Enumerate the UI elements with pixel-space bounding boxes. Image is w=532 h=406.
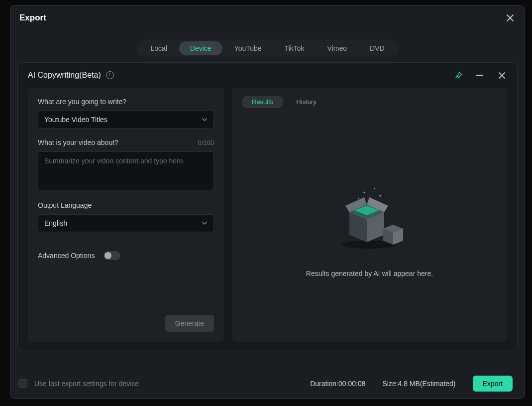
duration-value: 00:00:08 bbox=[338, 380, 366, 388]
svg-point-0 bbox=[364, 191, 365, 193]
svg-point-1 bbox=[374, 188, 375, 189]
duration-info: Duration:00:00:08 bbox=[310, 380, 365, 388]
export-title: Export bbox=[19, 13, 46, 23]
ai-header: AI Copywriting(Beta) ! bbox=[18, 63, 517, 88]
inner-close-icon[interactable] bbox=[496, 70, 507, 81]
tab-vimeo[interactable]: Vimeo bbox=[317, 41, 358, 55]
svg-point-2 bbox=[380, 195, 382, 197]
close-icon[interactable] bbox=[505, 12, 516, 23]
chevron-down-icon bbox=[202, 220, 208, 226]
advanced-toggle[interactable] bbox=[104, 251, 120, 260]
write-label: What are you going to write? bbox=[38, 98, 214, 106]
minimize-icon[interactable] bbox=[476, 75, 483, 76]
write-type-value: Youtube Video Titles bbox=[44, 116, 107, 124]
export-header: Export bbox=[10, 5, 525, 27]
generate-button[interactable]: Generate bbox=[165, 315, 214, 332]
char-counter: 0/200 bbox=[198, 139, 214, 146]
export-tabs: Local Device YouTube TikTok Vimeo DVD bbox=[10, 27, 525, 62]
results-tabs: Results History bbox=[242, 96, 319, 108]
size-info: Size:4.8 MB(Estimated) bbox=[382, 380, 455, 388]
empty-state: Results generated by AI will appear here… bbox=[306, 118, 433, 334]
write-type-select[interactable]: Youtube Video Titles bbox=[38, 111, 214, 129]
export-button[interactable]: Export bbox=[473, 376, 513, 392]
tab-history[interactable]: History bbox=[294, 96, 318, 108]
advanced-row: Advanced Options bbox=[38, 251, 214, 260]
chevron-down-icon bbox=[202, 117, 208, 123]
about-textarea[interactable] bbox=[38, 151, 214, 190]
tab-tiktok[interactable]: TikTok bbox=[274, 41, 316, 55]
svg-point-3 bbox=[358, 198, 359, 199]
size-value: 4.8 MB(Estimated) bbox=[398, 380, 456, 388]
lang-label: Output Language bbox=[38, 201, 214, 209]
export-dialog: Export Local Device YouTube TikTok Vimeo… bbox=[10, 5, 525, 399]
pin-icon[interactable] bbox=[454, 71, 463, 80]
empty-text: Results generated by AI will appear here… bbox=[306, 270, 433, 277]
tab-device[interactable]: Device bbox=[179, 41, 222, 55]
language-value: English bbox=[44, 219, 67, 227]
tabs-pill: Local Device YouTube TikTok Vimeo DVD bbox=[136, 39, 398, 57]
about-label: What is your video about? bbox=[38, 138, 118, 146]
use-last-settings-label: Use last export settings for device bbox=[34, 380, 139, 388]
empty-box-icon bbox=[329, 175, 409, 255]
advanced-label: Advanced Options bbox=[38, 252, 95, 260]
results-panel: Results History bbox=[232, 88, 507, 342]
tab-results[interactable]: Results bbox=[242, 96, 283, 108]
tab-local[interactable]: Local bbox=[139, 41, 178, 55]
duration-label: Duration: bbox=[310, 380, 338, 388]
language-select[interactable]: English bbox=[38, 214, 214, 232]
form-panel: What are you going to write? Youtube Vid… bbox=[28, 88, 224, 342]
ai-copywriting-panel: AI Copywriting(Beta) ! What are you goin… bbox=[17, 62, 518, 350]
tab-dvd[interactable]: DVD bbox=[359, 41, 396, 55]
ai-body: What are you going to write? Youtube Vid… bbox=[18, 88, 517, 342]
info-icon[interactable]: ! bbox=[106, 71, 114, 79]
size-label: Size: bbox=[382, 380, 398, 388]
tab-youtube[interactable]: YouTube bbox=[223, 41, 273, 55]
use-last-settings-checkbox[interactable] bbox=[18, 379, 27, 388]
export-footer: Use last export settings for device Dura… bbox=[10, 369, 525, 399]
ai-title: AI Copywriting(Beta) bbox=[28, 71, 101, 80]
